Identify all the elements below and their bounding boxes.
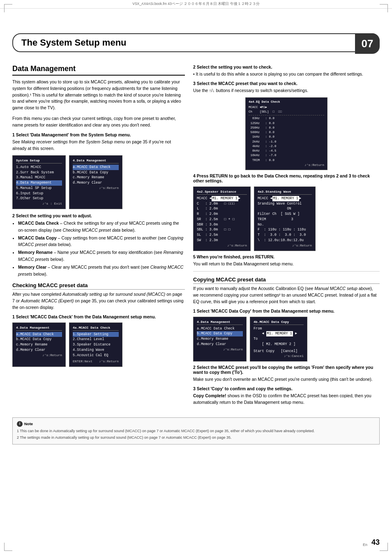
osd-dist-sw: SW : 2.3m xyxy=(197,238,247,243)
step-2-heading: 2 Select the setting you want to adjust. xyxy=(12,213,185,218)
osd-item-5: 5.Manual SP Setup xyxy=(16,186,62,191)
osd-pair-copy: 4.Data Management a.MCACC Data Check b.M… xyxy=(193,317,380,362)
page-lang: En xyxy=(363,543,367,547)
osd-wave-trim2: \ : 12.0u:10.0u:12.0u xyxy=(258,238,312,243)
osd-dist-footer: ♪'s:Return xyxy=(197,243,247,248)
osd-wave-on: ON xyxy=(258,206,312,212)
osd-wave-t: T : 3.0 : 3.0 : 3.0 xyxy=(258,233,312,238)
osd-copy-from-val: ◄ M1. MEMORY 1 ► xyxy=(254,331,304,336)
osd-eq-500hz: 500Hz : 0.0 xyxy=(249,130,324,135)
crop-mark-bl xyxy=(4,543,12,551)
step-1-heading: 1 Select 'Data Management' from the Syst… xyxy=(12,132,185,137)
osd-dm2-title: 4.Data Management xyxy=(16,325,62,331)
osd-dm2-item-b: b.MCACC Data Copy xyxy=(16,337,62,342)
osd-dm-copy-item-a: a.MCACC Data Check xyxy=(197,326,243,332)
osd-dm2-item-d: d.Memory Clear xyxy=(16,348,62,353)
osd-copy-to-val: [ M2. MEMORY 2 ] xyxy=(254,342,304,347)
right-step-2: 2 Select the setting you want to check. … xyxy=(193,64,380,78)
bullet-mcacc-copy: MCACC Data Copy – Copy settings from one… xyxy=(18,235,185,249)
right-step-5-text: You will return to the Data Management s… xyxy=(193,261,380,267)
step-1-left: 1 Select 'Data Management' from the Syst… xyxy=(12,132,185,152)
osd-check-menu-title: 4a.MCACC Data Check xyxy=(73,325,119,331)
osd-check-item-4: 4.Standing Wave xyxy=(73,348,119,353)
osd-eq-data: 4a4.EQ Data Check MCACC ◄M1▶ Ch [SEL] □ … xyxy=(245,97,327,170)
osd-pair-check: 4.Data Management a.MCACC Data Check b.M… xyxy=(12,322,185,367)
osd-eq-16khz: 16kHz : -7.0 xyxy=(249,153,324,158)
osd-item-2: 2.Surr Back System xyxy=(16,170,62,175)
print-info: VSX_AX4ASi.book.fm 43ページ ２００６年６月８日 木曜日 午… xyxy=(0,0,392,9)
step-2-bullets: MCACC Data Check – Check the settings fo… xyxy=(18,220,185,277)
osd-copy-footer: ♪'s:Cancel xyxy=(254,354,304,359)
osd-item-7: 7.Other Setup xyxy=(16,196,62,201)
osd-system-setup-footer: ♪'s : Exit xyxy=(16,201,62,206)
crop-mark-tl xyxy=(4,4,12,12)
osd-eq-1khz: 1kHz : 0.0 xyxy=(249,135,324,139)
checking-intro: After you have completed Automatically s… xyxy=(12,291,185,311)
section-title-data-management: Data Management xyxy=(12,64,185,76)
osd-check-menu: 4a.MCACC Data Check 1.Speaker Setting 2.… xyxy=(69,322,122,367)
copying-step-2: 2 Select the MCACC preset you'll be copy… xyxy=(193,365,380,383)
copying-step-1: 1 Select 'MCACC Data Copy' from the Data… xyxy=(193,309,380,313)
note-title: i Note xyxy=(17,421,375,427)
osd-copy-from-label: From xyxy=(254,326,304,332)
right-step-2-heading: 2 Select the setting you want to check. xyxy=(193,64,380,69)
osd-eq-ch: Ch [SEL] □ □□ xyxy=(249,110,324,114)
osd-dm-item-c: c.Memory Rename xyxy=(73,175,119,180)
footnote-1: 1 This can be done in Automatically sett… xyxy=(17,428,375,434)
copying-step-3: 3 Select 'Copy' to confirm and copy the … xyxy=(193,386,380,406)
osd-item-1: 1.Auto MCACC xyxy=(16,165,62,170)
osd-dm-item-a: a.MCACC Data Check xyxy=(73,165,119,170)
osd-wave-trim: TRIM 3 xyxy=(258,217,312,222)
osd-eq-125hz: 125Hz : 0.0 xyxy=(249,121,324,126)
step-1-text: See Making receiver settings from the Sy… xyxy=(12,139,185,152)
note-box: i Note 1 This can be done in Automatical… xyxy=(12,417,380,444)
chapter-badge: 07 xyxy=(355,33,380,54)
crop-mark-tr xyxy=(380,4,388,12)
content-area: Data Management This system allows you t… xyxy=(12,60,380,409)
osd-dm-item-b: b.MCACC Data Copy xyxy=(73,170,119,175)
osd-item-3: 3.Manual MCACC xyxy=(16,175,62,180)
osd-wave-subtitle: Sranding Wave Control xyxy=(258,201,312,207)
page-title: The System Setup menu xyxy=(21,37,127,48)
osd-dm-copy-item-d: d.Memory Clear xyxy=(197,342,243,347)
osd-eq-4khz: 4kHz : -2.0 xyxy=(249,144,324,149)
osd-wave-f: F : 110u : 110u : 110u xyxy=(258,227,312,233)
osd-check-item-5: 5.Acoustic Cal EQ xyxy=(73,353,119,358)
osd-copy-to-label: To xyxy=(254,336,304,342)
osd-standing-wave: 4a3.Standing Wave MCACC ◄M1. MEMORY 1► S… xyxy=(254,187,316,251)
osd-system-setup-title: System Setup xyxy=(16,158,62,164)
osd-check-item-3: 3.Speaker Distance xyxy=(73,342,119,348)
osd-dm2-footer: ♪'s:Return xyxy=(16,353,62,358)
osd-dist-title: 4a2.Speaker Distance xyxy=(197,189,247,195)
osd-check-footer-right: ♪'s:Return xyxy=(99,359,119,364)
osd-check-item-1: 1.Speaker Setting xyxy=(73,332,119,337)
osd-wave-no: No. xyxy=(258,222,312,228)
osd-dm-item-d: d.Memory Clear xyxy=(73,180,119,186)
right-step-3-text: Use the ↑/↓ buttons if necessary to swit… xyxy=(193,88,380,94)
right-step-3-heading: 3 Select the MCACC preset that you want … xyxy=(193,81,380,86)
osd-eq-mcacc: MCACC ◄M1▶ xyxy=(249,105,324,110)
page-number: 43 xyxy=(371,538,380,547)
copying-step-3-text: Copy Complete! shows in the OSD to confi… xyxy=(193,393,380,406)
osd-dm-copy-item-c: c.Memory Rename xyxy=(197,336,243,342)
osd-dist-c: C : 2.0m □ □□□ xyxy=(197,201,247,207)
osd-item-4-selected: 4.Data Management xyxy=(16,180,62,186)
osd-dist-l: L : 2.0m xyxy=(197,206,247,212)
osd-data-management: 4.Data Management a.MCACC Data Check b.M… xyxy=(69,155,122,209)
osd-eq-250hz: 250Hz : 0.0 xyxy=(249,126,324,130)
osd-copy-start: Start Copy [Cancel] xyxy=(254,349,304,354)
step-2-left: 2 Select the setting you want to adjust.… xyxy=(12,213,185,277)
osd-speaker-distance: 4a2.Speaker Distance MCACC ◄M1. MEMORY 1… xyxy=(193,187,251,251)
right-step-4-heading: 4 Press RETURN to go back to the Data Ch… xyxy=(193,173,380,183)
osd-wave-filter: Filter Ch [ SUS W ] xyxy=(258,212,312,217)
osd-item-6: 6.Input Setup xyxy=(16,191,62,196)
osd-eq-trim: TRIM : 0.0 xyxy=(249,158,324,163)
osd-data-management-title: 4.Data Management xyxy=(73,158,119,164)
osd-data-management-copy: 4.Data Management a.MCACC Data Check b.M… xyxy=(193,317,247,362)
copying-step-3-heading: 3 Select 'Copy' to confirm and copy the … xyxy=(193,386,380,391)
osd-eq-63hz: 63Hz : 0.0 xyxy=(249,116,324,121)
left-column: Data Management This system allows you t… xyxy=(12,64,185,409)
bullet-memory-clear: Memory Clear – Clear any MCACC presets t… xyxy=(18,264,185,278)
osd-dm-copy-footer: ♪'s:Return xyxy=(197,347,243,352)
osd-check-item-2: 2.Channel Level xyxy=(73,337,119,342)
